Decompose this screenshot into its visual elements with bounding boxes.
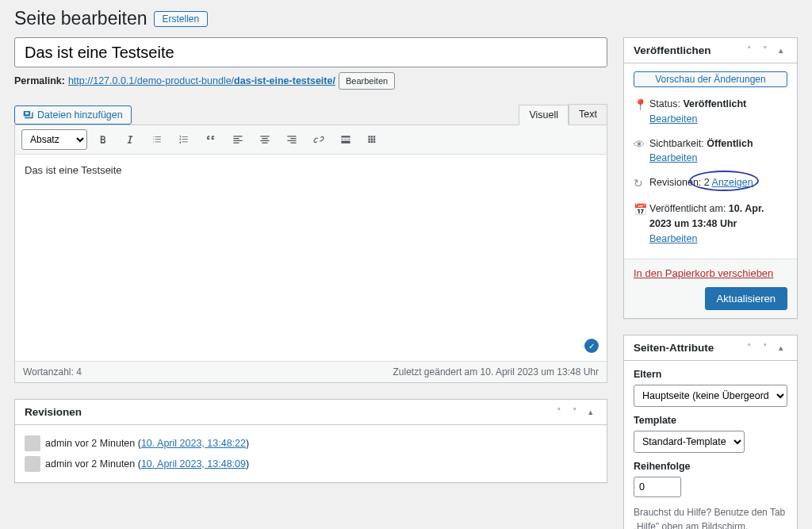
edit-visibility-link[interactable]: Bearbeiten <box>649 152 697 163</box>
template-label: Template <box>634 415 787 426</box>
move-down-icon[interactable]: ˅ <box>759 343 772 353</box>
toggle-panel-icon[interactable]: ▴ <box>775 343 787 353</box>
edit-permalink-button[interactable]: Bearbeiten <box>339 72 395 90</box>
bold-button[interactable] <box>92 129 114 150</box>
post-title-input[interactable] <box>14 37 607 67</box>
publish-box-title: Veröffentlichen <box>634 44 711 56</box>
parent-select[interactable]: Hauptseite (keine Übergeordnete) <box>634 385 787 407</box>
parent-label: Eltern <box>634 369 787 380</box>
toggle-panel-icon[interactable]: ▴ <box>584 407 597 417</box>
toggle-panel-icon[interactable]: ▴ <box>775 45 787 56</box>
revision-link[interactable]: 10. April 2023, 13:48:09 <box>141 458 246 470</box>
create-button[interactable]: Erstellen <box>154 11 209 27</box>
tab-text[interactable]: Text <box>569 104 607 125</box>
edit-status-link[interactable]: Bearbeiten <box>649 113 697 125</box>
permalink-label: Permalink: <box>14 75 65 86</box>
preview-button[interactable]: Vorschau der Änderungen <box>634 71 787 87</box>
tab-visual[interactable]: Visuell <box>519 105 569 125</box>
view-revisions-link[interactable]: Anzeigen <box>712 177 753 188</box>
toolbar-toggle-button[interactable] <box>362 129 384 150</box>
align-right-button[interactable] <box>281 129 303 150</box>
move-down-icon[interactable]: ˅ <box>759 45 772 56</box>
page-title: Seite bearbeiten <box>14 8 147 29</box>
avatar <box>25 435 40 451</box>
link-button[interactable] <box>308 129 330 150</box>
attributes-box-title: Seiten-Attribute <box>634 342 714 354</box>
move-down-icon[interactable]: ˅ <box>569 407 581 417</box>
readmore-button[interactable] <box>335 129 357 150</box>
check-badge-icon: ✓ <box>584 339 599 353</box>
format-select[interactable]: Absatz <box>21 129 87 150</box>
revision-item: admin vor 2 Minuten (10. April 2023, 13:… <box>25 433 597 454</box>
calendar-icon: 📅 <box>634 201 645 218</box>
italic-button[interactable] <box>119 129 141 150</box>
help-text: Brauchst du Hilfe? Benutze den Tab „Hilf… <box>634 505 787 529</box>
media-icon <box>23 109 34 121</box>
revisions-title: Revisionen <box>25 406 82 418</box>
editor-content[interactable]: Das ist eine Testseite ✓ <box>15 155 607 361</box>
avatar <box>25 456 40 472</box>
bullet-list-button[interactable] <box>146 129 168 150</box>
align-center-button[interactable] <box>254 129 276 150</box>
align-left-button[interactable] <box>227 129 249 150</box>
visibility-icon: 👁 <box>634 136 645 153</box>
move-up-icon[interactable]: ˄ <box>553 407 565 417</box>
word-count: Wortanzahl: 4 <box>23 366 82 378</box>
order-label: Reihenfolge <box>634 461 787 472</box>
edit-date-link[interactable]: Bearbeiten <box>649 233 697 244</box>
order-input[interactable] <box>634 477 681 497</box>
pin-icon: 📍 <box>634 97 645 113</box>
move-up-icon[interactable]: ˄ <box>743 45 756 56</box>
revisions-icon: ↻ <box>634 175 645 192</box>
move-up-icon[interactable]: ˄ <box>743 343 756 353</box>
add-media-button[interactable]: Dateien hinzufügen <box>14 105 132 125</box>
trash-link[interactable]: In den Papierkorb verschieben <box>634 267 773 279</box>
last-edited: Zuletzt geändert am 10. April 2023 um 13… <box>393 366 599 378</box>
number-list-button[interactable] <box>173 129 195 150</box>
template-select[interactable]: Standard-Template <box>634 431 745 453</box>
permalink-link[interactable]: http://127.0.0.1/demo-product-bundle/das… <box>68 75 335 86</box>
revision-item: admin vor 2 Minuten (10. April 2023, 13:… <box>25 454 597 474</box>
update-button[interactable]: Aktualisieren <box>705 287 787 310</box>
quote-button[interactable] <box>200 129 222 150</box>
revision-link[interactable]: 10. April 2023, 13:48:22 <box>141 438 246 449</box>
